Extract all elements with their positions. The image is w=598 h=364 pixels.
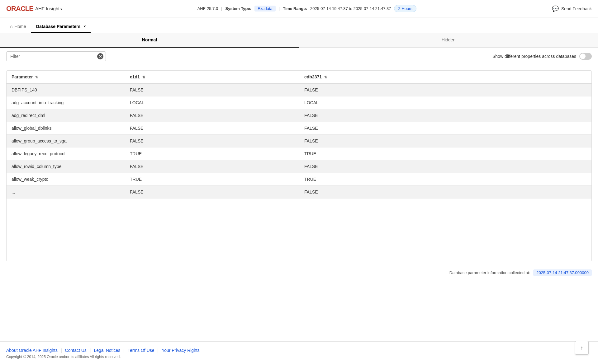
cell-c1d1: FALSE: [125, 122, 299, 135]
footer-link-privacy[interactable]: Your Privacy Rights: [162, 348, 200, 353]
col-header-cdb2371[interactable]: cdb2371 ⇅: [299, 71, 591, 83]
cell-cdb2371: TRUE: [299, 147, 591, 160]
cell-cdb2371: FALSE: [299, 83, 591, 96]
scroll-to-top-button[interactable]: ↑: [575, 341, 589, 355]
filter-input-wrap: ✕: [6, 51, 106, 61]
header-center: AHF-25.7.0 | System Type: Exadata | Time…: [197, 5, 416, 12]
cell-cdb2371: FALSE: [299, 135, 591, 147]
cell-c1d1: FALSE: [125, 160, 299, 173]
table-row: ...FALSEFALSE: [7, 186, 591, 198]
table-row: DBFIPS_140FALSEFALSE: [7, 83, 591, 96]
filter-input[interactable]: [6, 51, 106, 61]
footer-link-about[interactable]: About Oracle AHF Insights: [6, 348, 58, 353]
send-feedback-button[interactable]: 💬 Send Feedback: [552, 5, 592, 12]
nav-tabs: ⌂ Home Database Parameters ×: [0, 17, 598, 33]
cell-c1d1: FALSE: [125, 135, 299, 147]
cell-c1d1: FALSE: [125, 109, 299, 122]
table-container: Parameter ⇅ c1d1 ⇅ cdb2371 ⇅ DBFIPS_140F…: [6, 70, 592, 261]
home-tab-label: Home: [14, 24, 26, 29]
cell-c1d1: FALSE: [125, 186, 299, 198]
col-header-c1d1[interactable]: c1d1 ⇅: [125, 71, 299, 83]
footer-link-legal[interactable]: Legal Notices: [94, 348, 121, 353]
close-tab-icon[interactable]: ×: [83, 24, 86, 29]
cell-parameter: allow_global_dblinks: [7, 122, 125, 135]
table-row: adg_account_info_trackingLOCALLOCAL: [7, 96, 591, 109]
feedback-icon: 💬: [552, 5, 559, 12]
col-header-parameter[interactable]: Parameter ⇅: [7, 71, 125, 83]
app-name: AHF Insights: [35, 6, 62, 11]
tab-database-parameters[interactable]: Database Parameters ×: [31, 21, 91, 33]
cell-cdb2371: FALSE: [299, 186, 591, 198]
db-info: Database parameter information collected…: [0, 266, 598, 279]
footer-link-contact[interactable]: Contact Us: [65, 348, 87, 353]
table-row: allow_weak_cryptoTRUETRUE: [7, 173, 591, 186]
system-type-label: System Type:: [225, 6, 252, 11]
toggle-row: Show different properties across databas…: [492, 53, 592, 60]
version-text: AHF-25.7.0: [197, 6, 218, 11]
sort-icon-c1d1: ⇅: [142, 75, 145, 79]
db-timestamp: 2025-07-14 21:47:37.000000: [533, 269, 592, 276]
table-row: allow_global_dblinksFALSEFALSE: [7, 122, 591, 135]
cell-cdb2371: FALSE: [299, 160, 591, 173]
cell-c1d1: FALSE: [125, 83, 299, 96]
feedback-label: Send Feedback: [561, 6, 592, 11]
sub-tab-normal[interactable]: Normal: [0, 33, 299, 48]
toggle-switch[interactable]: [579, 53, 592, 60]
table-row: adg_redirect_dmlFALSEFALSE: [7, 109, 591, 122]
col-parameter-label: Parameter: [12, 74, 33, 79]
footer-links: About Oracle AHF Insights | Contact Us |…: [6, 348, 592, 353]
cell-cdb2371: TRUE: [299, 173, 591, 186]
footer-copyright: Copyright © 2014, 2025 Oracle and/or its…: [6, 355, 592, 359]
cell-cdb2371: FALSE: [299, 122, 591, 135]
sub-tabs: Normal Hidden: [0, 33, 598, 48]
cell-parameter: allow_legacy_reco_protocol: [7, 147, 125, 160]
sub-tab-hidden[interactable]: Hidden: [299, 33, 598, 48]
time-range-label: Time Range:: [283, 6, 307, 11]
filter-clear-button[interactable]: ✕: [97, 53, 103, 59]
time-range-value: 2025-07-14 19:47:37 to 2025-07-14 21:47:…: [310, 6, 391, 11]
sort-icon-parameter: ⇅: [35, 75, 38, 79]
col-c1d1-label: c1d1: [130, 74, 140, 79]
db-info-label: Database parameter information collected…: [449, 270, 530, 275]
home-icon: ⌂: [10, 24, 12, 29]
hours-badge: 2 Hours: [394, 5, 416, 12]
oracle-wordmark: ORACLE: [6, 5, 33, 13]
table-row: allow_group_access_to_sgaFALSEFALSE: [7, 135, 591, 147]
table-row: allow_rowid_column_typeFALSEFALSE: [7, 160, 591, 173]
scroll-top-icon: ↑: [581, 345, 583, 351]
page-footer: About Oracle AHF Insights | Contact Us |…: [0, 341, 598, 364]
sub-tab-normal-label: Normal: [142, 37, 157, 42]
oracle-logo: ORACLE AHF Insights: [6, 5, 62, 13]
cell-c1d1: TRUE: [125, 147, 299, 160]
toggle-label: Show different properties across databas…: [492, 54, 576, 59]
cell-parameter: adg_redirect_dml: [7, 109, 125, 122]
tab-home[interactable]: ⌂ Home: [5, 21, 31, 33]
filter-row: ✕ Show different properties across datab…: [0, 48, 598, 65]
system-type-badge: Exadata: [254, 6, 276, 12]
cell-c1d1: LOCAL: [125, 96, 299, 109]
cell-parameter: adg_account_info_tracking: [7, 96, 125, 109]
cell-parameter: allow_rowid_column_type: [7, 160, 125, 173]
table-row: allow_legacy_reco_protocolTRUETRUE: [7, 147, 591, 160]
cell-cdb2371: LOCAL: [299, 96, 591, 109]
header: ORACLE AHF Insights AHF-25.7.0 | System …: [0, 0, 598, 17]
db-params-tab-label: Database Parameters: [36, 24, 80, 29]
parameters-table: Parameter ⇅ c1d1 ⇅ cdb2371 ⇅ DBFIPS_140F…: [7, 71, 591, 198]
sub-tab-hidden-label: Hidden: [442, 37, 455, 42]
col-cdb2371-label: cdb2371: [304, 74, 322, 79]
cell-c1d1: TRUE: [125, 173, 299, 186]
footer-link-terms[interactable]: Terms Of Use: [128, 348, 154, 353]
sort-icon-cdb2371: ⇅: [324, 75, 327, 79]
cell-parameter: ...: [7, 186, 125, 198]
header-left: ORACLE AHF Insights: [6, 5, 62, 13]
table-header-row: Parameter ⇅ c1d1 ⇅ cdb2371 ⇅: [7, 71, 591, 83]
cell-cdb2371: FALSE: [299, 109, 591, 122]
cell-parameter: allow_weak_crypto: [7, 173, 125, 186]
cell-parameter: DBFIPS_140: [7, 83, 125, 96]
cell-parameter: allow_group_access_to_sga: [7, 135, 125, 147]
